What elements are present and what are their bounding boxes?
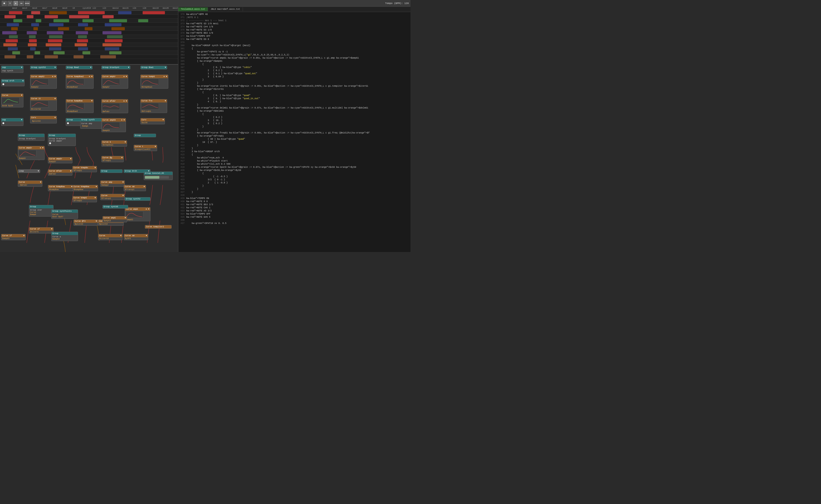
sequencer[interactable]: mes2mes3mes6mes7mes8mes910syncRl0sl2sl3m… — [0, 7, 178, 65]
node-curve-t-right[interactable]: Curve t ▼ $tempAtlasRII — [134, 145, 157, 151]
line-code[interactable]: kw-blue">TEMPO ON — [186, 197, 411, 200]
seq-block[interactable] — [28, 43, 37, 46]
line-code[interactable]: kw-blue">TEMPO OFF — [186, 213, 411, 216]
line-code[interactable]: } — [186, 78, 411, 82]
node-curve-freqg1-mid[interactable]: Curve kAmpBo ▼ $freqG1 — [72, 166, 97, 172]
line-code[interactable]: { — [186, 113, 411, 116]
line-code[interactable]: { 88 } kw-blue">@type "quad" — [186, 138, 411, 141]
node-curve-spaw2[interactable]: Curv ▼ $azS6 — [140, 118, 165, 124]
seq-block[interactable] — [49, 11, 67, 14]
seq-block[interactable] — [53, 51, 65, 54]
line-code[interactable]: 3 kw-blue">GROUP orch — [186, 150, 411, 153]
node-group-syntug[interactable]: Group syntUG — [103, 205, 128, 209]
node-curve-ampg3-br[interactable]: Curve ampG ▼ $ampG3 — [103, 216, 127, 222]
node-curve-kampbow2-mid[interactable]: Curve kAmpBow ▼ $kampBow — [72, 185, 98, 191]
line-code[interactable]: kw-white">BPM 48 — [186, 13, 411, 16]
line-code[interactable]: } — [186, 144, 411, 147]
line-code[interactable]: kw-green">SPAT10 xv 0. 0.5 — [186, 222, 411, 225]
pause-button[interactable]: ⏸ — [8, 1, 12, 6]
node-curve-mfogr-left[interactable]: Curve ▼ -$mFoGr — [18, 180, 42, 187]
node-group-synth-mid[interactable]: Group synth ▼ Curve amp $amg1 — [80, 118, 105, 129]
line-code[interactable]: kw-red">NOTE C#4 1/8 — [186, 25, 411, 29]
seq-block[interactable] — [111, 27, 125, 30]
seq-block[interactable] — [30, 47, 36, 50]
seq-block[interactable] — [8, 47, 18, 50]
line-code[interactable]: kw-red">NOTE A5 3/2 — [186, 209, 411, 213]
node-curve-spaw[interactable]: Curv ▼ $plitS3 — [30, 116, 57, 123]
line-code[interactable]: kw-red">NOTE G#6 5 — [186, 216, 411, 219]
seq-block[interactable] — [9, 35, 18, 38]
node-curve-ampg2-br[interactable]: Curve ampG ⊕ ▼ $ampG2 — [125, 207, 150, 221]
seq-block[interactable] — [82, 19, 94, 22]
seq-block[interactable] — [58, 27, 69, 30]
node-loop[interactable]: Loop ▼ — [18, 169, 40, 173]
seq-block[interactable] — [31, 11, 40, 14]
line-code[interactable] — [186, 41, 411, 44]
node-var-ampgr2[interactable]: Curve ampGr ▼ $ampGr — [48, 157, 72, 163]
line-code[interactable]: ;NOTE 0 1 — [186, 16, 411, 19]
line-code[interactable]: } — [186, 82, 411, 85]
node-transp1[interactable]: Curve ▼ $Transp1 — [100, 194, 125, 200]
node-curve-main[interactable]: Curve ▼ $xS9 $yS9 — [1, 94, 23, 107]
seq-block[interactable] — [3, 43, 17, 46]
node-group-main[interactable]: oup ▼ oup synth — [1, 66, 23, 73]
node-curve-t3[interactable]: Curve @T3 ▼ $plitS3 — [74, 219, 98, 226]
line-code[interactable]: kw-blue">TEMPO OFF — [186, 35, 411, 38]
line-code[interactable]: } — [186, 191, 411, 194]
node-curve-kampbow-left2[interactable]: Curve kAmpBow ▼ $kampBow — [48, 185, 74, 191]
node-curve-kampbow3[interactable]: Curve kampBow ▼ $kampBow3 — [66, 99, 94, 113]
node-curve-ampg2-bottom[interactable]: Curve amp ▼ $ampg2 — [100, 180, 125, 187]
seq-block[interactable] — [78, 35, 87, 38]
seq-block[interactable] — [105, 23, 121, 26]
line-code[interactable] — [186, 194, 411, 197]
line-code[interactable]: ; ----------- mes 1 --- beat 1 — [186, 19, 411, 22]
seq-block[interactable] — [13, 19, 22, 22]
line-code[interactable]: { — [186, 172, 411, 175]
seq-block[interactable] — [29, 39, 37, 42]
node-curve-ampg5[interactable]: Curve ampG5 ⊕ ▼ $ampG5 — [101, 118, 126, 132]
node-curve-mfogr2[interactable]: Curve mfoGr ▼ $mFoGr — [48, 169, 72, 176]
node-group-iter2[interactable]: Group Curve a $ampG3 — [51, 232, 78, 241]
node-curve-ampg2[interactable]: Curve ampG2 ⊕ ▼ $ampG2 — [30, 75, 57, 89]
line-code[interactable]: kw-white">num_ech 4 — [186, 156, 411, 160]
line-code[interactable]: 3 { 0.04 } — [186, 75, 411, 78]
seq-block[interactable] — [48, 39, 62, 42]
seq-block[interactable] — [105, 39, 123, 42]
seq-block[interactable] — [103, 31, 121, 34]
seq-block[interactable] — [77, 39, 88, 42]
tab-jblo-macro[interactable]: JBLO macroDef.asco.txt — [208, 7, 243, 11]
line-code[interactable]: } — [186, 103, 411, 107]
node-curve-sw-bottom[interactable]: Curve sW ▼ $Transp1 — [124, 185, 146, 191]
node-curve-freqg1-mid2[interactable]: Curve @g ▼ $freqG1 — [101, 156, 124, 162]
node-curve-ampgr-top[interactable]: Curve ampGr ⊕ ▼ $ampGr — [101, 75, 128, 89]
node-group-right-mid[interactable]: Group — [134, 134, 156, 137]
seq-block[interactable] — [109, 51, 121, 54]
seq-block[interactable] — [105, 47, 119, 50]
line-code[interactable]: 5 { 0.2 } — [186, 122, 411, 125]
seq-block[interactable] — [109, 19, 127, 22]
line-code[interactable]: 1 { 0.1 } kw-blue">@type "quad_out" — [186, 72, 411, 75]
seq-block[interactable] — [143, 11, 165, 14]
line-code[interactable]: kw-orange">curve delmG1 kw-blue">@grain … — [186, 107, 411, 110]
line-code[interactable]: kw-red">NOTE D3 1/8 — [186, 29, 411, 32]
stop-button[interactable]: ⏹ — [2, 1, 7, 6]
line-code[interactable]: { — [186, 47, 411, 50]
seq-block[interactable] — [33, 27, 38, 30]
line-code[interactable]: kw-red">NOTE C#6 1 — [186, 206, 411, 209]
line-code[interactable]: kw-red">NOTE 0 0 — [186, 200, 411, 203]
node-group-gravsynt2[interactable]: Group Group GravSynt Curve ampGr — [48, 134, 76, 146]
node-curve-titerg3[interactable]: Curve ▼ $titerG3 — [98, 234, 123, 240]
node-curve-ampgr-left[interactable]: Curve ampGr ⊕ ▼ $ampGr — [18, 146, 45, 160]
node-group-bow2[interactable]: Group Bow2 ▼ — [66, 66, 92, 69]
line-code[interactable]: kw-red">NOTE Bb3 2/3 — [186, 203, 411, 206]
tab-tesla-solo[interactable]: TeslaSOLO.asco.txt — [178, 7, 208, 11]
node-curve-freqg2[interactable]: Curve kAmpG ▼ $freqG2 — [72, 196, 97, 202]
line-code[interactable]: } — [186, 128, 411, 131]
line-code[interactable]: kw-red">NOTE E6 8 — [186, 38, 411, 41]
seq-block[interactable] — [49, 23, 64, 26]
line-code[interactable]: 2 { 9. } kw-blue">@type "quad_in_out" — [186, 97, 411, 100]
seq-block[interactable] — [2, 31, 17, 34]
seq-block[interactable] — [76, 31, 88, 34]
seq-block[interactable] — [45, 55, 58, 58]
seq-block[interactable] — [36, 19, 41, 22]
